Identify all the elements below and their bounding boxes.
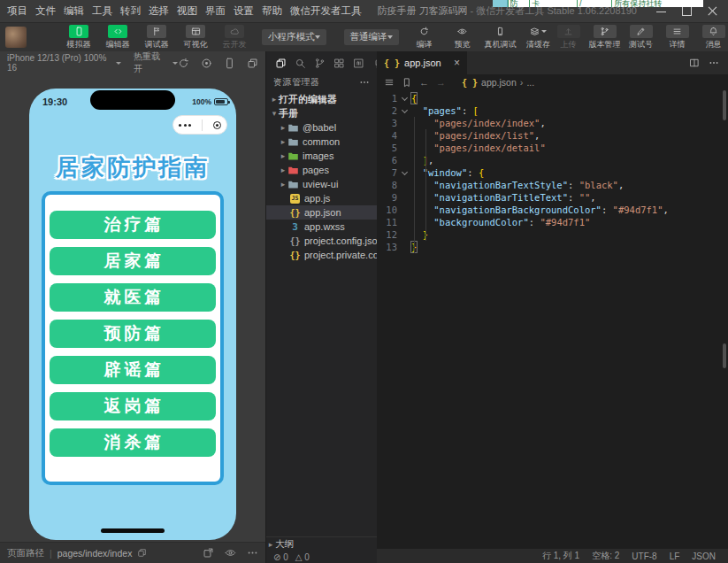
more-icon[interactable] bbox=[709, 58, 719, 68]
code-line-3[interactable]: 3 "pages/index/index", bbox=[377, 117, 721, 129]
compile-select[interactable]: 普通编译 bbox=[344, 29, 399, 45]
code-line-4[interactable]: 4 "pages/index/list", bbox=[377, 129, 721, 142]
phone-button-预防篇[interactable]: 预防篇 bbox=[50, 320, 216, 348]
code-line-11[interactable]: 11 "backgroundColor": "#94d7f1" bbox=[377, 216, 721, 228]
phone-button-就医篇[interactable]: 就医篇 bbox=[50, 283, 216, 312]
search-icon[interactable] bbox=[295, 58, 306, 69]
编译-button[interactable]: 编译 bbox=[410, 25, 440, 50]
menu-lines-icon[interactable] bbox=[384, 77, 395, 88]
eol[interactable]: LF bbox=[670, 551, 680, 561]
tree-item-app.wxss[interactable]: 3app.wxss bbox=[266, 220, 377, 234]
device-frame-icon[interactable] bbox=[224, 58, 235, 69]
code-line-12[interactable]: 12 } bbox=[377, 228, 721, 241]
云开发-button[interactable]: 云开发 bbox=[219, 25, 249, 50]
page-path-select[interactable]: 页面路径 bbox=[7, 547, 44, 559]
hot-reload-toggle[interactable]: 热重载 开 bbox=[134, 50, 178, 75]
调试器-button[interactable]: 调试器 bbox=[142, 25, 172, 50]
maximize-icon[interactable] bbox=[682, 6, 692, 16]
code-line-6[interactable]: 6 ], bbox=[377, 154, 721, 166]
indentation[interactable]: 空格: 2 bbox=[592, 550, 619, 562]
code-line-10[interactable]: 10 "navigationBarBackgroundColor": "#94d… bbox=[377, 204, 721, 216]
hide-simulator-icon[interactable] bbox=[225, 547, 236, 559]
copy-icon[interactable] bbox=[137, 548, 147, 558]
extensions-icon[interactable] bbox=[333, 58, 345, 69]
restart-icon[interactable] bbox=[178, 58, 189, 69]
split-editor-icon[interactable] bbox=[689, 58, 700, 68]
tree-item-project.config.json[interactable]: {}project.config.json bbox=[266, 234, 377, 248]
code-line-9[interactable]: 9 "navigationBarTitleText": "", bbox=[377, 191, 721, 204]
详情-button[interactable]: 详情 bbox=[663, 25, 693, 50]
record-icon[interactable] bbox=[201, 58, 212, 69]
code-line-13[interactable]: 13} bbox=[377, 241, 721, 253]
miniprogram-capsule[interactable] bbox=[172, 115, 227, 135]
menu-微信开发者工具[interactable]: 微信开发者工具 bbox=[290, 4, 362, 18]
scrollbar-thumb[interactable] bbox=[723, 90, 726, 120]
code-line-7[interactable]: 7 "window": { bbox=[377, 166, 721, 179]
清缓存-button[interactable]: 清缓存 bbox=[524, 25, 554, 50]
more-icon[interactable] bbox=[247, 547, 258, 559]
tree-item-app.js[interactable]: JSapp.js bbox=[266, 191, 377, 205]
exit-icon[interactable] bbox=[213, 121, 221, 129]
mode-select[interactable]: 小程序模式 bbox=[262, 29, 326, 45]
cursor-position[interactable]: 行 1, 列 1 bbox=[542, 550, 579, 562]
模拟器-button[interactable]: 模拟器 bbox=[64, 25, 94, 50]
problems-bar[interactable]: ⊘ 0 △ 0 bbox=[266, 551, 377, 563]
close-icon[interactable] bbox=[708, 6, 717, 16]
code-line-1[interactable]: 1{ bbox=[377, 92, 721, 104]
menu-编辑[interactable]: 编辑 bbox=[64, 4, 84, 18]
avatar[interactable] bbox=[5, 27, 27, 48]
tree-item-uview-ui[interactable]: ▸uview-ui bbox=[266, 177, 377, 191]
phone-button-返岗篇[interactable]: 返岗篇 bbox=[50, 392, 216, 420]
back-icon[interactable]: ← bbox=[419, 77, 429, 88]
more-icon[interactable] bbox=[179, 124, 191, 127]
code-line-8[interactable]: 8 "navigationBarTextStyle": "black", bbox=[377, 179, 721, 191]
section-打开的编辑器[interactable]: ▸打开的编辑器 bbox=[266, 92, 377, 106]
版本管理-button[interactable]: 版本管理 bbox=[590, 25, 620, 50]
tree-item-@babel[interactable]: ▸@babel bbox=[266, 120, 377, 135]
tree-item-app.json[interactable]: {}app.json bbox=[266, 205, 377, 220]
预览-button[interactable]: 预览 bbox=[448, 25, 478, 50]
上传-button[interactable]: 上传 bbox=[554, 25, 584, 50]
npm-icon[interactable] bbox=[353, 58, 364, 69]
tab-app-json[interactable]: { } app.json × bbox=[377, 51, 467, 74]
phone-button-治疗篇[interactable]: 治疗篇 bbox=[50, 211, 216, 239]
tree-item-project.private.config.js...[interactable]: {}project.private.config.js... bbox=[266, 248, 377, 262]
phone-button-辟谣篇[interactable]: 辟谣篇 bbox=[50, 356, 216, 384]
menu-视图[interactable]: 视图 bbox=[177, 4, 197, 18]
encoding[interactable]: UTF-8 bbox=[632, 551, 656, 561]
phone-button-居家篇[interactable]: 居家篇 bbox=[50, 247, 216, 275]
detach-simulator-icon[interactable] bbox=[203, 547, 214, 559]
menu-转到[interactable]: 转到 bbox=[120, 4, 141, 18]
tree-item-pages[interactable]: ▸pages bbox=[266, 163, 377, 177]
bookmark-icon[interactable] bbox=[402, 77, 412, 88]
breadcrumb[interactable]: { } app.json › ... bbox=[462, 77, 534, 88]
menu-界面[interactable]: 界面 bbox=[205, 4, 226, 18]
编辑器-button[interactable]: 编辑器 bbox=[103, 25, 133, 50]
code-area[interactable]: 1{2 "pages": [3 "pages/index/index",4 "p… bbox=[377, 92, 721, 549]
language-mode[interactable]: JSON bbox=[692, 551, 716, 561]
menu-设置[interactable]: 设置 bbox=[234, 4, 254, 18]
menu-选择[interactable]: 选择 bbox=[149, 4, 169, 18]
device-select[interactable]: iPhone 12/13 (Pro) 100% 16 bbox=[7, 53, 121, 73]
git-branch-icon[interactable] bbox=[314, 58, 326, 69]
真机调试-button[interactable]: 真机调试 bbox=[486, 25, 516, 50]
files-icon[interactable] bbox=[275, 58, 287, 69]
menu-工具[interactable]: 工具 bbox=[92, 4, 112, 18]
code-line-2[interactable]: 2 "pages": [ bbox=[377, 104, 721, 117]
menu-帮助[interactable]: 帮助 bbox=[262, 4, 282, 18]
测试号-button[interactable]: 测试号 bbox=[626, 25, 656, 50]
menu-文件[interactable]: 文件 bbox=[35, 4, 56, 18]
menu-项目[interactable]: 项目 bbox=[7, 4, 27, 18]
outline-section[interactable]: ▸大纲 bbox=[266, 537, 377, 551]
消息-button[interactable]: 消息 bbox=[699, 25, 728, 50]
forward-icon[interactable]: → bbox=[436, 77, 446, 88]
phone-button-消杀篇[interactable]: 消杀篇 bbox=[50, 428, 216, 457]
tree-item-common[interactable]: ▸common bbox=[266, 135, 377, 149]
close-tab-icon[interactable]: × bbox=[454, 58, 460, 68]
minimize-icon[interactable] bbox=[656, 6, 666, 16]
multi-window-icon[interactable] bbox=[247, 58, 258, 69]
可视化-button[interactable]: 可视化 bbox=[180, 25, 211, 50]
tree-item-images[interactable]: ▸images bbox=[266, 149, 377, 163]
more-icon[interactable] bbox=[359, 77, 370, 88]
section-手册[interactable]: ▾手册 bbox=[266, 106, 377, 120]
